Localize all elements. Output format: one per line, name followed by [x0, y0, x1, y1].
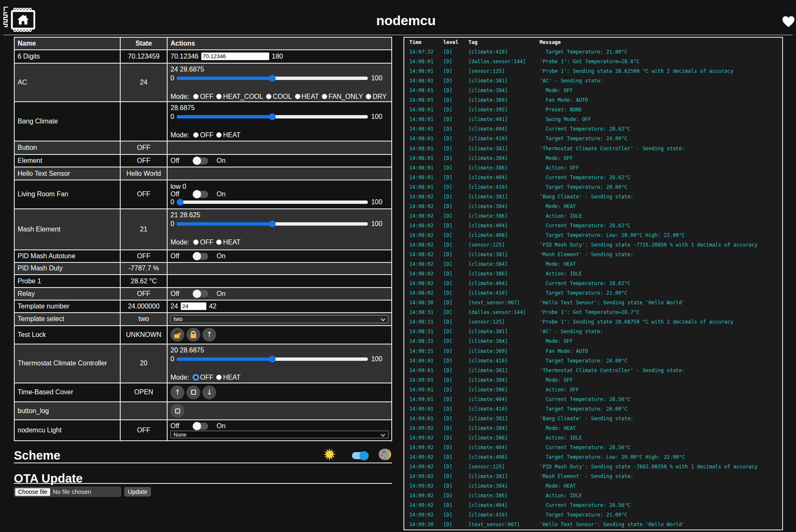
file-input[interactable]: Choose file No file chosen [14, 487, 121, 497]
log-message: Action: OFF [540, 385, 783, 395]
mode-radio-option[interactable]: DRY [366, 93, 387, 100]
number-input[interactable] [181, 302, 207, 310]
log-time: 14:09:01 [404, 385, 443, 395]
range-slider[interactable] [177, 113, 368, 120]
slider-thumb[interactable] [269, 356, 276, 362]
heart-icon[interactable] [781, 15, 795, 28]
log-message: Action: IDLE [540, 211, 783, 221]
log-time: 14:08:02 [404, 288, 443, 298]
radio-unchecked-icon[interactable] [193, 94, 199, 99]
mode-radio-label: COOL [273, 93, 292, 100]
log-time: 14:08:01 [404, 154, 443, 163]
mode-radio-label: OFF [200, 374, 213, 381]
mode-radio-option[interactable]: OFF [193, 239, 213, 246]
mode-radio-option[interactable]: HEAT [216, 239, 240, 246]
mode-radio-option[interactable]: COOL [266, 93, 292, 100]
radio-unchecked-icon[interactable] [216, 375, 222, 380]
up-button[interactable]: ↑ [202, 328, 216, 342]
mode-radio-option[interactable]: HEAT [216, 131, 240, 139]
mode-radio-option[interactable]: OFF [193, 374, 213, 381]
slider-thumb[interactable] [269, 113, 276, 120]
mode-radio-option[interactable]: OFF [193, 93, 213, 100]
log-row: 14:09:02[D][sensor:125]'PID Mash Duty': … [404, 462, 783, 472]
entity-state: OFF [120, 420, 167, 441]
slider-thumb[interactable] [177, 199, 183, 206]
switch-line: OffOn [171, 290, 388, 298]
log-tag: [climate:408] [468, 452, 540, 462]
radio-unchecked-icon[interactable] [322, 94, 327, 99]
light-effect-select[interactable]: None [171, 431, 388, 438]
choose-file-button[interactable]: Choose file [15, 488, 50, 496]
log-tag: [climate:386] [468, 269, 540, 279]
mode-radio-option[interactable]: HEAT [295, 93, 319, 100]
log-tag: [sensor:125] [468, 67, 540, 76]
log-tag: [climate:404] [468, 279, 540, 288]
log-tag: [climate:384] [468, 260, 540, 269]
arrow-up-icon: ↑ [206, 331, 212, 338]
log-level: [D] [443, 385, 468, 395]
range-slider[interactable] [177, 199, 368, 206]
range-slider[interactable] [177, 221, 368, 227]
log-level: [D] [443, 424, 468, 433]
radio-unchecked-icon[interactable] [366, 94, 371, 99]
mode-radio-option[interactable]: OFF [193, 131, 213, 139]
radio-unchecked-icon[interactable] [216, 239, 222, 245]
toggle-switch[interactable] [193, 191, 208, 198]
entity-actions: low 0OffOn0100 [167, 180, 392, 209]
radio-unchecked-icon[interactable] [295, 94, 300, 99]
log-tag: [climate:404] [468, 124, 540, 134]
log-level: [D] [443, 76, 468, 86]
update-button[interactable]: Update [124, 487, 151, 496]
log-level: [D] [443, 124, 468, 134]
log-message: Mode: HEAT [540, 424, 783, 433]
log-message: 'Probe 1': Got Temperature=28.6°C [540, 57, 783, 67]
toggle-switch[interactable] [193, 253, 208, 260]
log-row: 14:09:01[D][climate:384] Mode: OFF [404, 375, 783, 385]
log-tag: [climate:410] [468, 134, 540, 144]
stop-button[interactable] [186, 386, 200, 399]
toggle-switch[interactable] [193, 157, 208, 164]
range-slider[interactable] [177, 356, 368, 362]
toggle-switch[interactable] [193, 423, 208, 430]
log-level: [D] [443, 501, 468, 510]
log-tag: [sensor:125] [468, 462, 540, 472]
log-message: Mode: HEAT [540, 481, 783, 491]
range-slider[interactable] [177, 75, 368, 82]
radio-unchecked-icon[interactable] [193, 239, 199, 245]
col-actions: Actions [167, 37, 392, 50]
log-message: 'Mash Element' - Sending state: [540, 250, 783, 260]
radio-unchecked-icon[interactable] [216, 132, 222, 138]
log-tag: [climate:386] [468, 211, 540, 221]
radio-unchecked-icon[interactable] [216, 94, 222, 99]
down-button[interactable]: ↓ [202, 386, 216, 399]
radio-unchecked-icon[interactable] [193, 132, 199, 138]
log-level: [D] [443, 404, 468, 414]
mode-radio-option[interactable]: FAN_ONLY [322, 93, 363, 100]
entity-row: Time-Based CoverOPEN↑↓ [14, 383, 392, 402]
radio-unchecked-icon[interactable] [266, 94, 271, 99]
esphome-logo[interactable] [3, 7, 35, 33]
mode-radio-option[interactable]: HEAT [216, 374, 240, 381]
lock-button[interactable] [186, 328, 200, 342]
log-time: 14:08:01 [404, 67, 443, 76]
template-select[interactable]: two [171, 315, 388, 323]
slider-thumb[interactable] [269, 221, 276, 227]
log-message: 'Mash Element' - Sending state: [540, 472, 783, 481]
stop-button[interactable] [171, 404, 184, 418]
log-col-time: Time [404, 37, 443, 47]
button-group [171, 404, 388, 418]
log-row: 14:09:02[D][climate:384] Mode: HEAT [404, 424, 783, 433]
number-input[interactable] [201, 52, 269, 60]
toggle-switch[interactable] [193, 290, 208, 297]
log-section: Time level Tag Message 14:07:32[D][clima… [403, 37, 783, 530]
up-button[interactable]: ↑ [171, 386, 184, 399]
log-message: 'Bang Climate' - Sending state: [540, 192, 783, 202]
log-message: Mode: OFF [540, 86, 783, 95]
slider-thumb[interactable] [269, 75, 276, 82]
mode-radio-option[interactable]: HEAT_COOL [216, 93, 263, 100]
scheme-toggle[interactable] [352, 452, 367, 459]
radio-checked-icon[interactable] [193, 375, 199, 380]
log-time: 14:08:02 [404, 269, 443, 279]
unlock-button[interactable] [171, 328, 184, 342]
log-row: 14:09:02[D][climate:408] Target Temperat… [404, 452, 783, 462]
